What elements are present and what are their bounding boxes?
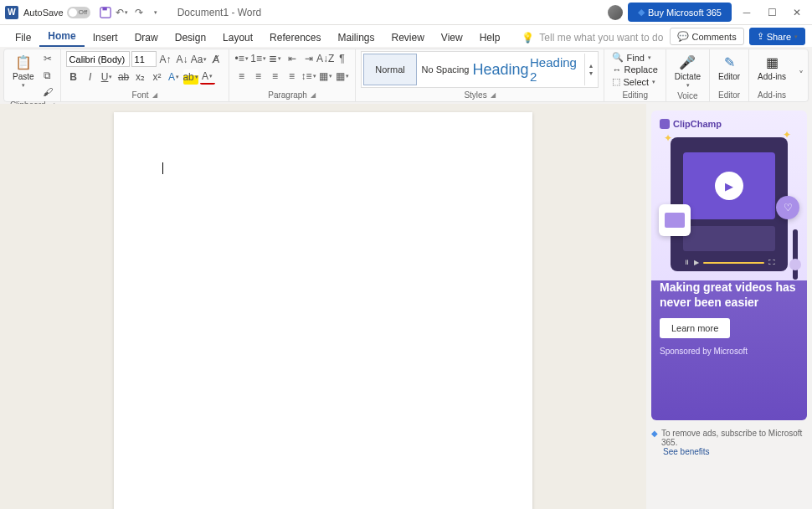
clipboard-icon: 📋: [14, 53, 33, 71]
increase-indent-button[interactable]: ⇥: [301, 51, 316, 66]
save-button[interactable]: [97, 4, 114, 21]
tab-references[interactable]: References: [261, 28, 329, 47]
lightbulb-icon: 💡: [522, 32, 534, 44]
text-cursor: [162, 162, 163, 174]
tab-layout[interactable]: Layout: [214, 28, 261, 47]
heart-icon: ♡: [776, 196, 799, 219]
multilevel-list-button[interactable]: ≣▾: [268, 51, 283, 66]
style-heading2[interactable]: Heading 2: [529, 54, 583, 85]
shrink-font-button[interactable]: A↓: [175, 52, 190, 67]
line-spacing-button[interactable]: ↕≡▾: [301, 69, 316, 84]
buy-m365-button[interactable]: ◆Buy Microsoft 365: [628, 3, 732, 22]
undo-button[interactable]: ↶▾: [114, 4, 131, 21]
bullets-button[interactable]: •≡▾: [234, 51, 249, 66]
change-case-button[interactable]: Aa▾: [192, 52, 207, 67]
paste-button[interactable]: 📋 Paste▾: [9, 51, 38, 90]
tab-review[interactable]: Review: [383, 28, 433, 47]
numbering-button[interactable]: 1≡▾: [251, 51, 266, 66]
user-avatar[interactable]: [608, 5, 623, 20]
tell-me-search[interactable]: 💡 Tell me what you want to do: [518, 28, 666, 47]
align-center-button[interactable]: ≡: [251, 69, 266, 84]
star-icon: ✦: [664, 132, 672, 144]
tab-draw[interactable]: Draw: [126, 28, 167, 47]
replace-button[interactable]: ↔Replace: [609, 64, 660, 75]
paragraph-dialog-launcher[interactable]: ◢: [311, 91, 316, 99]
styles-more-button[interactable]: ▴▾: [584, 54, 596, 85]
maximize-button[interactable]: ☐: [762, 3, 782, 23]
style-heading1[interactable]: Heading: [474, 54, 527, 85]
font-name-combo[interactable]: [66, 51, 130, 67]
play-icon: ▶: [715, 172, 743, 200]
side-pane: ClipChamp ✦ ✦ ✦ ▶ ⏸▶⛶ ♡ Making great vid…: [646, 104, 812, 509]
clear-formatting-button[interactable]: A̸: [208, 52, 224, 67]
tab-view[interactable]: View: [433, 28, 471, 47]
styles-dialog-launcher[interactable]: ◢: [491, 91, 496, 99]
tab-home[interactable]: Home: [39, 27, 84, 47]
replace-icon: ↔: [612, 64, 621, 75]
star-icon: ✦: [783, 129, 791, 141]
paragraph-group-label: Paragraph: [268, 90, 307, 100]
format-painter-button[interactable]: 🖌: [40, 85, 55, 100]
share-button[interactable]: ⇪ Share ▾: [749, 28, 805, 45]
diamond-icon: ◆: [651, 429, 658, 447]
tab-insert[interactable]: Insert: [85, 28, 126, 47]
document-page[interactable]: [114, 112, 532, 509]
see-benefits-link[interactable]: See benefits: [663, 447, 807, 456]
show-marks-button[interactable]: ¶: [335, 51, 350, 66]
group-styles: Normal No Spacing Heading Heading 2 ▴▾ S…: [356, 49, 605, 101]
editor-group-label: Editor: [718, 90, 740, 100]
text-effects-button[interactable]: A▾: [167, 69, 182, 85]
find-button[interactable]: 🔍Find ▾: [609, 51, 660, 64]
style-normal[interactable]: Normal: [363, 54, 417, 85]
ribbon: 📋 Paste▾ ✂ ⧉ 🖌 Clipboard◢ A↑ A↓ Aa▾ A̸: [3, 49, 809, 102]
ad-slider-knob: [789, 259, 801, 270]
document-scroll-area[interactable]: [0, 104, 646, 509]
copy-button[interactable]: ⧉: [40, 68, 55, 83]
cut-button[interactable]: ✂: [40, 51, 55, 66]
voice-group-label: Voice: [677, 91, 697, 100]
tab-help[interactable]: Help: [471, 28, 509, 47]
collapse-ribbon-button[interactable]: ˅: [794, 49, 808, 101]
shading-button[interactable]: ▦▾: [318, 69, 333, 84]
sort-button[interactable]: A↓Z: [318, 51, 333, 66]
close-button[interactable]: ✕: [787, 3, 807, 23]
editor-button[interactable]: ✎ Editor: [715, 51, 743, 83]
grow-font-button[interactable]: A↑: [158, 52, 173, 67]
group-paragraph: •≡▾ 1≡▾ ≣▾ ⇤ ⇥ A↓Z ¶ ≡ ≡ ≡ ≡ ↕≡▾ ▦▾ ▦▾: [229, 49, 356, 101]
decrease-indent-button[interactable]: ⇤: [285, 51, 300, 66]
learn-more-button[interactable]: Learn more: [660, 318, 730, 338]
autosave-toggle[interactable]: Off: [67, 7, 90, 18]
highlight-button[interactable]: ab▾: [183, 69, 198, 85]
group-clipboard: 📋 Paste▾ ✂ ⧉ 🖌 Clipboard◢: [4, 49, 61, 101]
qat-customize-button[interactable]: ▾: [147, 4, 164, 21]
minimize-button[interactable]: ─: [737, 3, 757, 23]
font-size-combo[interactable]: [131, 51, 157, 67]
subscript-button[interactable]: x₂: [133, 69, 148, 85]
font-color-button[interactable]: A▾: [200, 69, 215, 85]
align-left-button[interactable]: ≡: [234, 69, 249, 84]
select-button[interactable]: ⬚Select ▾: [609, 75, 660, 88]
justify-button[interactable]: ≡: [285, 69, 300, 84]
addins-button[interactable]: ▦ Add-ins: [754, 51, 789, 83]
ad-slider-track: [793, 229, 798, 280]
redo-button[interactable]: ↷: [131, 4, 147, 21]
microphone-icon: 🎤: [678, 53, 696, 71]
align-right-button[interactable]: ≡: [268, 69, 283, 84]
strikethrough-button[interactable]: ab: [116, 69, 131, 85]
font-dialog-launcher[interactable]: ◢: [152, 91, 157, 99]
tab-mailings[interactable]: Mailings: [329, 28, 383, 47]
borders-button[interactable]: ▦▾: [335, 69, 350, 84]
ad-mini-card: [659, 204, 691, 236]
svg-rect-1: [102, 7, 106, 10]
dictate-button[interactable]: 🎤 Dictate▾: [671, 51, 704, 90]
tab-design[interactable]: Design: [167, 28, 214, 47]
style-no-spacing[interactable]: No Spacing: [419, 54, 472, 85]
tab-file[interactable]: File: [7, 28, 39, 47]
clipchamp-icon: [660, 119, 670, 129]
italic-button[interactable]: I: [83, 69, 98, 85]
underline-button[interactable]: U▾: [100, 69, 115, 85]
comments-button[interactable]: 💬 Comments: [670, 28, 743, 45]
ad-timeline: [683, 226, 775, 251]
superscript-button[interactable]: x²: [150, 69, 165, 85]
bold-button[interactable]: B: [66, 69, 81, 85]
